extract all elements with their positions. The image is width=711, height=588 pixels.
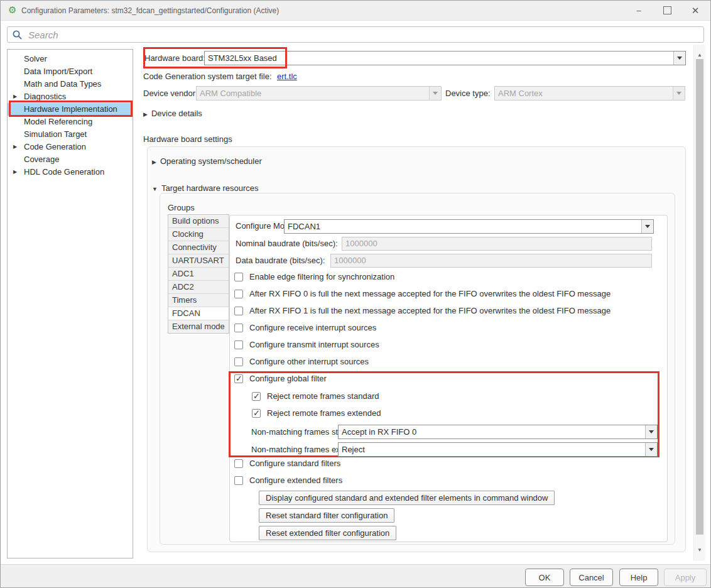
simulink-settings-icon: ⚙ <box>8 5 16 15</box>
reject-remote-standard-checkbox[interactable] <box>252 392 261 401</box>
chevron-down-icon[interactable] <box>645 425 657 438</box>
reject-remote-extended-label: Reject remote frames extended <box>267 408 381 418</box>
rx-fifo0-overwrite-checkbox[interactable] <box>234 290 243 298</box>
device-details-expander[interactable]: ▶Device details <box>143 107 202 119</box>
apply-button: Apply <box>664 569 707 586</box>
ok-button[interactable]: OK <box>525 569 564 586</box>
device-vendor-select: ARM Compatible <box>196 86 442 101</box>
board-settings-title: Hardware board settings <box>143 134 232 144</box>
transmit-interrupt-label: Configure transmit interrupt sources <box>249 340 379 350</box>
transmit-interrupt-checkbox[interactable] <box>234 340 243 349</box>
group-item-external-mode[interactable]: External mode <box>168 320 229 333</box>
scroll-down-icon[interactable]: ▼ <box>694 547 705 553</box>
vertical-scrollbar[interactable]: ▲ ▼ <box>693 45 705 561</box>
chevron-down-icon[interactable] <box>641 220 653 233</box>
scroll-up-icon[interactable]: ▲ <box>694 52 705 58</box>
group-item-adc1[interactable]: ADC1 <box>168 268 229 281</box>
device-type-select: ARM Cortex <box>494 86 685 101</box>
nonmatching-standard-select[interactable]: Accept in RX FIFO 0 <box>338 425 658 439</box>
extended-filters-label: Configure extended filters <box>249 476 342 486</box>
help-button[interactable]: Help <box>619 569 658 586</box>
scrollbar-thumb[interactable] <box>696 59 703 535</box>
hardware-board-label: Hardware board: <box>144 53 205 63</box>
device-vendor-label: Device vendor: <box>143 89 198 99</box>
group-item-fdcan[interactable]: FDCAN <box>168 307 229 320</box>
reject-remote-extended-checkbox[interactable] <box>252 409 261 418</box>
hardware-board-select[interactable]: STM32L5xx Based <box>204 51 686 65</box>
group-item-adc2[interactable]: ADC2 <box>168 281 229 294</box>
close-button[interactable]: ✕ <box>683 1 708 20</box>
standard-filters-label: Configure standard filters <box>249 459 340 469</box>
nominal-baudrate-field: 1000000 <box>342 237 652 251</box>
extended-filters-checkbox[interactable] <box>234 476 243 485</box>
reject-remote-standard-label: Reject remote frames standard <box>267 391 379 401</box>
search-bar <box>7 26 704 43</box>
groups-list: Build options Clocking Connectivity UART… <box>168 214 229 334</box>
sidebar-item-math-and-data-types[interactable]: Math and Data Types <box>8 78 133 90</box>
sidebar-item-solver[interactable]: Solver <box>8 53 133 65</box>
search-icon <box>12 30 23 40</box>
rx-fifo1-overwrite-label: After RX FIFO 1 is full the next message… <box>249 306 611 316</box>
window-title: Configuration Parameters: stm32_fdcan_ge… <box>21 6 279 15</box>
collapsed-arrow-icon: ▶ <box>152 159 156 165</box>
display-filter-elements-button[interactable]: Display configured standard and extended… <box>259 491 555 505</box>
chevron-down-icon <box>673 87 685 100</box>
chevron-down-icon[interactable] <box>645 443 657 456</box>
groups-label: Groups <box>168 203 195 213</box>
sidebar-item-code-generation[interactable]: ▶Code Generation <box>8 141 133 153</box>
group-item-build-options[interactable]: Build options <box>168 215 229 228</box>
title-bar: ⚙ Configuration Parameters: stm32_fdcan_… <box>1 1 710 21</box>
device-type-label: Device type: <box>445 89 491 99</box>
minimize-button[interactable]: – <box>626 1 651 20</box>
expanded-arrow-icon: ▼ <box>152 186 158 192</box>
target-file-link[interactable]: ert.tlc <box>277 72 297 81</box>
receive-interrupt-checkbox[interactable] <box>234 324 243 332</box>
standard-filters-checkbox[interactable] <box>234 459 243 468</box>
nominal-baudrate-label: Nominal baudrate (bits/sec): <box>236 239 338 249</box>
rx-fifo1-overwrite-checkbox[interactable] <box>234 307 243 315</box>
os-scheduler-expander[interactable]: ▶Operating system/scheduler <box>152 155 262 166</box>
configure-module-select[interactable]: FDCAN1 <box>284 219 654 234</box>
reset-extended-filter-button[interactable]: Reset extended filter configuration <box>259 526 396 540</box>
cancel-button[interactable]: Cancel <box>570 569 613 586</box>
data-baudrate-field: 1000000 <box>330 254 652 268</box>
search-input[interactable] <box>27 29 703 41</box>
global-filter-label: Configure global filter <box>249 374 327 384</box>
other-interrupt-label: Configure other interrupt sources <box>249 357 369 367</box>
sidebar-item-simulation-target[interactable]: Simulation Target <box>8 128 133 141</box>
target-file-label: Code Generation system target file: <box>143 72 272 82</box>
maximize-icon <box>663 6 671 14</box>
expand-arrow-icon[interactable]: ▶ <box>13 166 17 178</box>
rx-fifo0-overwrite-label: After RX FIFO 0 is full the next message… <box>249 289 611 299</box>
target-resources-expander[interactable]: ▼Target hardware resources <box>152 182 259 193</box>
sidebar-item-model-referencing[interactable]: Model Referencing <box>8 116 133 128</box>
group-item-timers[interactable]: Timers <box>168 294 229 307</box>
edge-filtering-checkbox[interactable] <box>234 273 243 281</box>
footer-bar: OK Cancel Help Apply <box>1 564 710 588</box>
sidebar-item-hdl-code-generation[interactable]: ▶HDL Code Generation <box>8 166 133 178</box>
group-item-uart-usart[interactable]: UART/USART <box>168 254 229 268</box>
group-item-connectivity[interactable]: Connectivity <box>168 241 229 254</box>
sidebar-item-hardware-implementation[interactable]: Hardware Implementation <box>8 103 133 116</box>
sidebar-item-data-import-export[interactable]: Data Import/Export <box>8 65 133 78</box>
reset-standard-filter-button[interactable]: Reset standard filter configuration <box>259 508 394 523</box>
sidebar-item-coverage[interactable]: Coverage <box>8 153 133 166</box>
expand-arrow-icon[interactable]: ▶ <box>13 90 17 103</box>
receive-interrupt-label: Configure receive interrupt sources <box>249 323 376 333</box>
category-sidebar: Solver Data Import/Export Math and Data … <box>7 49 133 558</box>
group-item-clocking[interactable]: Clocking <box>168 228 229 241</box>
chevron-down-icon[interactable] <box>673 52 685 65</box>
nonmatching-extended-select[interactable]: Reject <box>338 442 658 457</box>
expand-arrow-icon[interactable]: ▶ <box>13 141 17 153</box>
collapsed-arrow-icon: ▶ <box>143 111 148 117</box>
global-filter-checkbox[interactable] <box>234 374 243 383</box>
edge-filtering-label: Enable edge filtering for synchronizatio… <box>249 272 394 282</box>
data-baudrate-label: Data baudrate (bits/sec): <box>236 256 325 266</box>
maximize-button[interactable] <box>654 1 680 20</box>
chevron-down-icon <box>429 87 441 100</box>
other-interrupt-checkbox[interactable] <box>234 357 243 366</box>
configuration-parameters-dialog: ⚙ Configuration Parameters: stm32_fdcan_… <box>0 0 711 588</box>
sidebar-item-diagnostics[interactable]: ▶Diagnostics <box>8 90 133 103</box>
